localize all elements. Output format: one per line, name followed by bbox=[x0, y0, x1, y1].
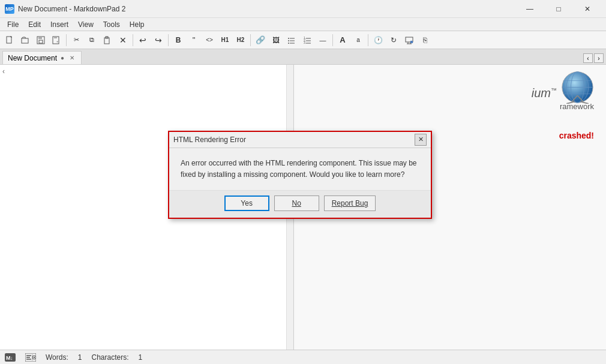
report-bug-button[interactable]: Report Bug bbox=[324, 195, 376, 211]
error-dialog: HTML Rendering Error ✕ An error occurred… bbox=[168, 131, 432, 219]
dialog-title: HTML Rendering Error bbox=[173, 136, 415, 144]
no-button[interactable]: No bbox=[274, 195, 319, 211]
dialog-overlay: HTML Rendering Error ✕ An error occurred… bbox=[0, 0, 606, 364]
yes-button[interactable]: Yes bbox=[224, 195, 269, 211]
dialog-close-button[interactable]: ✕ bbox=[415, 134, 427, 146]
no-label: No bbox=[292, 199, 301, 207]
dialog-footer: Yes No Report Bug bbox=[169, 190, 431, 218]
dialog-body: An error occurred with the HTML renderin… bbox=[169, 148, 431, 190]
dialog-message: An error occurred with the HTML renderin… bbox=[181, 158, 419, 181]
report-bug-label: Report Bug bbox=[332, 199, 368, 207]
dialog-title-bar: HTML Rendering Error ✕ bbox=[169, 131, 431, 148]
